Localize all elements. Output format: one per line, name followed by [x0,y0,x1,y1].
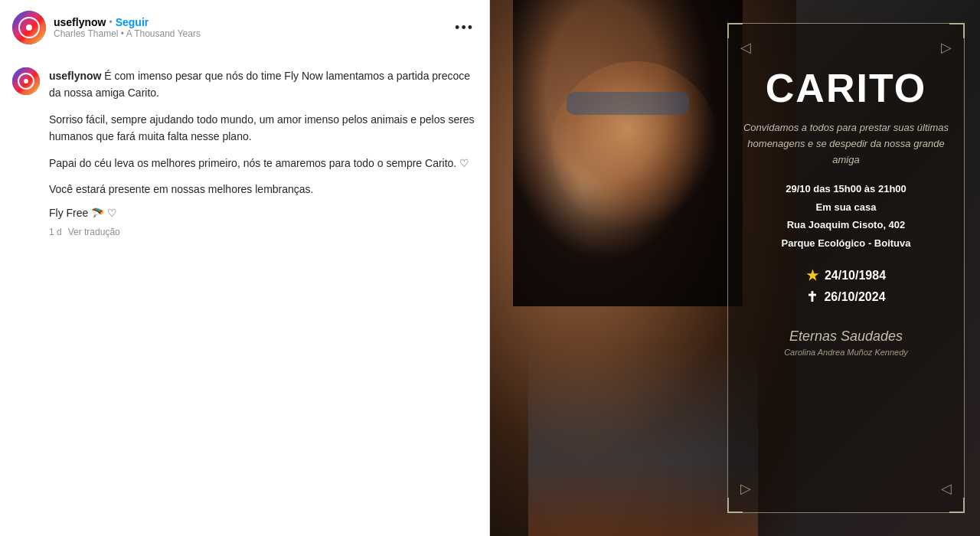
death-date: ✝ 26/10/2024 [806,289,885,306]
post-subtitle: Charles Thamel • A Thousand Years [54,28,201,39]
fly-free-text: Fly Free [49,207,88,219]
event-line-3: Rua Joaquim Cisoto, 402 [781,216,910,234]
post-paragraph-2: Sorriso fácil, sempre ajudando todo mund… [49,111,477,145]
arrow-bottom-left-icon: ▷ [740,480,751,497]
post-header: useflynow • Seguir Charles Thamel • A Th… [0,0,489,55]
full-name: Carolina Andrea Muñoz Kennedy [784,348,908,357]
memorial-name: CARITO [766,68,926,108]
arrow-bottom-right-icon: ◁ [941,480,952,497]
avatar[interactable] [12,11,46,44]
event-details: 29/10 das 15h00 às 21h00 Em sua casa Rua… [781,180,910,252]
header-text: useflynow • Seguir Charles Thamel • A Th… [54,16,201,39]
fly-free-icons: 🪂 ♡ [91,207,117,219]
corner-br [949,498,965,513]
eternas-saudades: Eternas Saudades [789,328,903,345]
post-paragraph-3: Papai do céu leva os melhores primeiro, … [49,155,477,172]
dot-separator: • [109,17,112,28]
event-line-4: Parque Ecológico - Boituva [781,234,910,252]
username-inline[interactable]: useflynow [49,70,101,82]
arrow-top-right-icon: ▷ [941,39,952,56]
avatar-small[interactable] [12,67,40,95]
follow-button[interactable]: Seguir [116,16,149,28]
ver-traducao-link[interactable]: Ver tradução [68,227,120,237]
memorial-background: ◁ ▷ CARITO Convidamos a todos para prest… [490,0,980,536]
event-line-2: Em sua casa [781,198,910,216]
cross-icon: ✝ [806,289,818,306]
post-body: useflynow É com imenso pesar que nós do … [0,55,489,243]
username[interactable]: useflynow [54,16,106,28]
post-first-paragraph: useflynow É com imenso pesar que nós do … [49,67,477,102]
post-header-left: useflynow • Seguir Charles Thamel • A Th… [12,11,201,44]
memorial-card: ◁ ▷ CARITO Convidamos a todos para prest… [727,23,965,513]
corner-tr [949,23,965,38]
left-panel: useflynow • Seguir Charles Thamel • A Th… [0,0,490,536]
corner-tl [727,23,743,38]
more-options-icon[interactable]: ••• [452,17,477,39]
equipment-overlay [528,345,758,536]
arrows-bottom: ▷ ◁ [740,472,952,497]
star-icon: ★ [806,267,818,284]
post-meta: 1 d Ver tradução [49,227,477,237]
death-date-value: 26/10/2024 [824,290,885,304]
corner-bl [727,498,743,513]
post-time: 1 d [49,227,62,237]
birth-date: ★ 24/10/1984 [806,267,886,284]
username-line: useflynow • Seguir [54,16,201,28]
event-line-1: 29/10 das 15h00 às 21h00 [781,180,910,198]
arrows-top: ◁ ▷ [740,39,952,56]
invite-text: Convidamos a todos para prestar suas últ… [740,120,952,168]
right-panel: ◁ ▷ CARITO Convidamos a todos para prest… [490,0,980,536]
post-content: useflynow É com imenso pesar que nós do … [49,67,477,237]
post-paragraph-4: Você estará presente em nossas melhores … [49,181,477,198]
dates-section: ★ 24/10/1984 ✝ 26/10/2024 [806,267,886,306]
arrow-top-left-icon: ◁ [740,39,751,56]
fly-free-line: Fly Free 🪂 ♡ [49,207,477,219]
birth-date-value: 24/10/1984 [825,269,886,283]
